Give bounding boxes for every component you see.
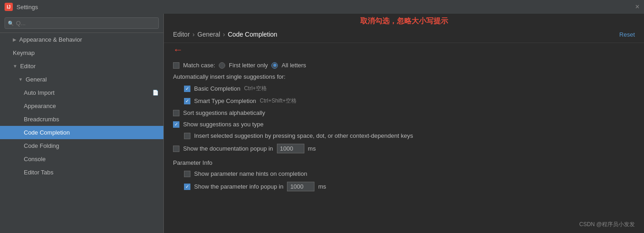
sort-alphabetically-label: Sort suggestions alphabetically [183, 109, 265, 116]
sidebar-item-label: Appearance [24, 103, 56, 109]
basic-completion-label: Basic Completion [194, 85, 240, 92]
sidebar-badge: 📄 [152, 90, 159, 96]
sidebar-item-label: Console [24, 156, 46, 163]
title-bar-left: IJ Settings [5, 3, 38, 11]
show-popup-unit: ms [318, 183, 326, 190]
basic-completion-checkbox[interactable] [184, 86, 190, 92]
doc-popup-label: Show the documentation popup in [183, 145, 273, 152]
insert-by-space-label: Insert selected suggestion by pressing s… [194, 132, 413, 139]
sidebar-item-code-folding[interactable]: Code Folding [0, 139, 163, 152]
reset-button[interactable]: Reset [619, 31, 635, 38]
basic-completion-row: Basic Completion Ctrl+空格 [173, 82, 635, 95]
show-as-you-type-checkbox[interactable] [173, 121, 179, 128]
show-hints-row: Show parameter name hints on completion [173, 168, 635, 179]
sort-alphabetically-checkbox[interactable] [173, 110, 179, 116]
show-hints-label: Show parameter name hints on completion [194, 170, 307, 177]
content-area: 取消勾选，忽略大小写提示 Editor › General › Code Com… [164, 14, 644, 233]
basic-completion-shortcut: Ctrl+空格 [244, 85, 267, 92]
radio-all-letters-label: All letters [281, 62, 306, 69]
show-popup-checkbox[interactable] [184, 184, 190, 190]
sidebar: 🔍 ▶ Appearance & Behavior Keymap ▼ Edito… [0, 14, 164, 233]
radio-first-letter-label: First letter only [229, 62, 268, 69]
search-wrapper: 🔍 [5, 17, 159, 29]
sidebar-item-label: Breadcrumbs [24, 116, 59, 123]
sidebar-item-label: Keymap [13, 49, 35, 56]
doc-popup-unit: ms [308, 145, 316, 152]
sort-alphabetically-row: Sort suggestions alphabetically [173, 107, 635, 119]
arrow-icon: ▶ [13, 37, 16, 42]
sidebar-item-label: General [26, 76, 47, 83]
sidebar-item-breadcrumbs[interactable]: Breadcrumbs [0, 113, 163, 126]
sidebar-item-label: Editor Tabs [24, 169, 54, 176]
annotation-text: 取消勾选，忽略大小写提示 [164, 14, 644, 26]
doc-popup-checkbox[interactable] [173, 146, 179, 152]
search-input[interactable] [5, 17, 159, 29]
show-popup-row: Show the parameter info popup in ms [173, 179, 635, 194]
sidebar-item-auto-import[interactable]: Auto Import 📄 [0, 86, 163, 99]
arrow-icon: ▼ [13, 64, 17, 69]
breadcrumb-sep1: › [193, 31, 195, 38]
match-case-checkbox[interactable] [173, 62, 179, 69]
sidebar-item-label: Editor [20, 63, 36, 70]
content-header: Editor › General › Code Completion Reset [164, 26, 644, 43]
arrow-icon: ▼ [18, 77, 23, 82]
show-hints-checkbox[interactable] [184, 171, 190, 177]
sidebar-item-keymap[interactable]: Keymap [0, 46, 163, 60]
insert-by-space-checkbox[interactable] [184, 133, 190, 139]
breadcrumb-editor: Editor [173, 31, 190, 38]
search-icon: 🔍 [8, 20, 14, 26]
radio-first-letter[interactable] [219, 62, 225, 69]
sidebar-item-appearance-behavior[interactable]: ▶ Appearance & Behavior [0, 33, 163, 46]
smart-completion-label: Smart Type Completion [194, 98, 256, 104]
close-button[interactable]: × [635, 3, 639, 11]
sidebar-item-label: Appearance & Behavior [19, 36, 82, 43]
sidebar-item-console[interactable]: Console [0, 152, 163, 166]
sidebar-item-label: Code Completion [24, 129, 70, 136]
insert-by-space-row: Insert selected suggestion by pressing s… [173, 130, 635, 141]
watermark: CSDN @程序员小发发 [579, 221, 635, 228]
sidebar-item-editor-tabs[interactable]: Editor Tabs [0, 166, 163, 179]
search-box: 🔍 [0, 14, 163, 33]
app-icon: IJ [5, 3, 13, 11]
sidebar-item-code-completion[interactable]: Code Completion [0, 126, 163, 139]
show-as-you-type-row: Show suggestions as you type [173, 119, 635, 130]
app-title: Settings [16, 4, 38, 11]
show-popup-label: Show the parameter info popup in [194, 183, 283, 190]
sidebar-item-label: Code Folding [24, 142, 59, 149]
parameter-info-section-label: Parameter Info [173, 156, 635, 168]
show-as-you-type-label: Show suggestions as you type [183, 121, 264, 128]
doc-popup-value[interactable] [277, 144, 304, 153]
radio-all-letters[interactable] [271, 62, 278, 69]
smart-completion-row: Smart Type Completion Ctrl+Shift+空格 [173, 95, 635, 107]
sidebar-item-label: Auto Import [24, 89, 54, 96]
main-container: 🔍 ▶ Appearance & Behavior Keymap ▼ Edito… [0, 14, 644, 233]
breadcrumb-sep2: › [223, 31, 225, 38]
sidebar-item-editor[interactable]: ▼ Editor [0, 60, 163, 73]
smart-completion-checkbox[interactable] [184, 98, 190, 104]
sidebar-item-appearance[interactable]: Appearance [0, 99, 163, 113]
auto-insert-label: Automatically insert single suggestions … [173, 73, 286, 80]
sidebar-item-general[interactable]: ▼ General [0, 73, 163, 86]
content-body: Match case: First letter only All letter… [164, 56, 644, 203]
doc-popup-row: Show the documentation popup in ms [173, 141, 635, 156]
auto-insert-label-row: Automatically insert single suggestions … [173, 71, 635, 82]
breadcrumb-general: General [197, 31, 220, 38]
title-bar: IJ Settings × [0, 0, 644, 14]
breadcrumb-current: Code Completion [228, 31, 277, 38]
smart-completion-shortcut: Ctrl+Shift+空格 [260, 97, 297, 105]
show-popup-value[interactable] [287, 182, 314, 191]
breadcrumb: Editor › General › Code Completion [173, 31, 277, 38]
match-case-row: Match case: First letter only All letter… [173, 60, 635, 71]
match-case-label: Match case: [183, 62, 215, 69]
annotation-arrow: ← [164, 43, 644, 56]
